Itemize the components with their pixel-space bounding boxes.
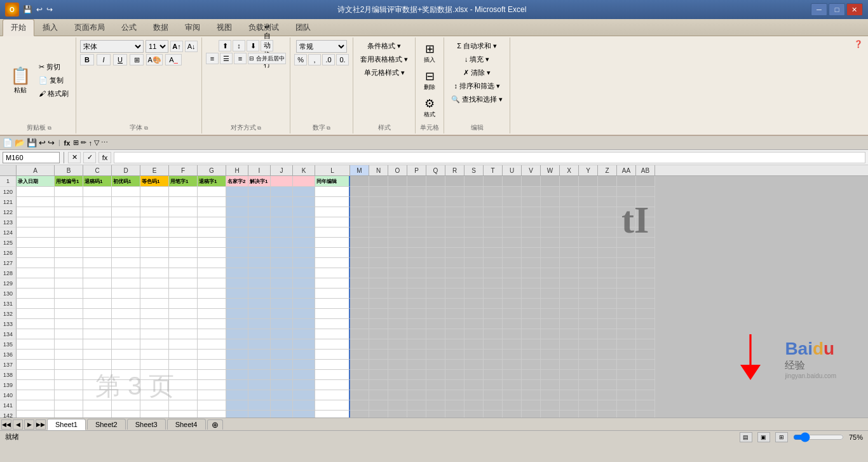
cell-a123[interactable] [17,217,55,228]
cell-col21120[interactable] [503,187,522,197]
cell-g140[interactable] [198,390,226,400]
cell-b128[interactable] [55,268,83,278]
cell-j142[interactable] [271,411,293,418]
cell-col18120[interactable] [445,187,465,197]
tab-home[interactable]: 开始 [3,19,34,36]
cell-m121[interactable] [350,197,369,207]
cell-col17136[interactable] [426,350,445,360]
cell-col21138[interactable] [503,370,522,380]
cell-d137[interactable] [112,360,140,370]
cell-col17128[interactable] [426,268,445,278]
cell-i120[interactable] [248,187,271,197]
cell-col15129[interactable] [388,278,407,289]
cell-col20134[interactable] [484,329,503,339]
cell-col17141[interactable] [426,400,445,411]
col-header-g[interactable]: G [198,165,226,175]
cell-j140[interactable] [271,390,293,400]
formula-func-icon[interactable]: fx [64,139,71,147]
zoom-slider[interactable] [793,432,844,442]
cell-a141[interactable] [17,400,55,411]
cell-col17124[interactable] [426,228,445,238]
cell-col25141[interactable] [579,400,598,411]
cell-l132[interactable] [315,309,350,319]
cell-i131[interactable] [248,299,271,309]
rownum-135[interactable]: 135 [0,339,17,350]
cell-e127[interactable] [140,258,169,268]
cell-col15133[interactable] [388,319,407,329]
cell-i134[interactable] [248,329,271,339]
cell-o1[interactable] [388,176,407,187]
cell-m134[interactable] [350,329,369,339]
col-header-k[interactable]: K [293,165,315,175]
cell-b138[interactable] [55,370,83,380]
cell-l130[interactable] [315,289,350,299]
cell-g123[interactable] [198,217,226,228]
cell-i127[interactable] [248,258,271,268]
cell-d141[interactable] [112,400,140,411]
cell-b125[interactable] [55,238,83,248]
cell-col22129[interactable] [522,278,541,289]
cell-j126[interactable] [271,248,293,258]
underline-btn[interactable]: U [113,54,127,65]
cell-col24125[interactable] [560,238,579,248]
cell-f126[interactable] [169,248,198,258]
cell-col23120[interactable] [541,187,560,197]
cell-j136[interactable] [271,350,293,360]
cell-col16141[interactable] [407,400,426,411]
cell-col24122[interactable] [560,207,579,217]
align-middle-btn[interactable]: ↕ [233,40,245,51]
save-icon[interactable]: 💾 [27,138,37,147]
cell-col16123[interactable] [407,217,426,228]
cell-col28141[interactable] [636,400,655,411]
cell-col14141[interactable] [369,400,388,411]
cell-col28137[interactable] [636,360,655,370]
cell-col15137[interactable] [388,360,407,370]
cell-z1[interactable] [598,176,617,187]
cell-col16140[interactable] [407,390,426,400]
cell-col25137[interactable] [579,360,598,370]
cell-f137[interactable] [169,360,198,370]
cell-col25120[interactable] [579,187,598,197]
font-shrink-btn[interactable]: A↓ [185,41,198,52]
rownum-140[interactable]: 140 [0,390,17,400]
cell-col22125[interactable] [522,238,541,248]
cell-j134[interactable] [271,329,293,339]
new-file-icon[interactable]: 📄 [3,138,13,147]
cell-col26121[interactable] [598,197,617,207]
cell-col18123[interactable] [445,217,465,228]
col-header-t[interactable]: T [484,165,503,175]
cell-col17133[interactable] [426,319,445,329]
cell-m139[interactable] [350,380,369,390]
cell-f123[interactable] [169,217,198,228]
cell-d130[interactable] [112,289,140,299]
font-size-select[interactable]: 11 [146,40,168,53]
cell-d142[interactable] [112,411,140,418]
cell-k137[interactable] [293,360,315,370]
cell-h120[interactable] [226,187,248,197]
cell-k123[interactable] [293,217,315,228]
cell-col18124[interactable] [445,228,465,238]
cell-col16120[interactable] [407,187,426,197]
tab-team[interactable]: 团队 [287,19,319,36]
cell-k1[interactable] [293,176,315,187]
cell-col18135[interactable] [445,339,465,350]
cell-c139[interactable] [83,380,112,390]
cell-i133[interactable] [248,319,271,329]
cell-ab1[interactable] [636,176,655,187]
cell-col15127[interactable] [388,258,407,268]
cell-col22121[interactable] [522,197,541,207]
cell-a132[interactable] [17,309,55,319]
cell-col26135[interactable] [598,339,617,350]
rownum-123[interactable]: 123 [0,217,17,228]
cell-col22141[interactable] [522,400,541,411]
cell-col16124[interactable] [407,228,426,238]
cell-e121[interactable] [140,197,169,207]
cell-col14140[interactable] [369,390,388,400]
cell-col23138[interactable] [541,370,560,380]
undo-icon[interactable]: ↩ [39,138,46,147]
cell-col28136[interactable] [636,350,655,360]
cell-j141[interactable] [271,400,293,411]
cell-b120[interactable] [55,187,83,197]
cell-h132[interactable] [226,309,248,319]
cell-e1[interactable]: 等色码1 [140,176,169,187]
